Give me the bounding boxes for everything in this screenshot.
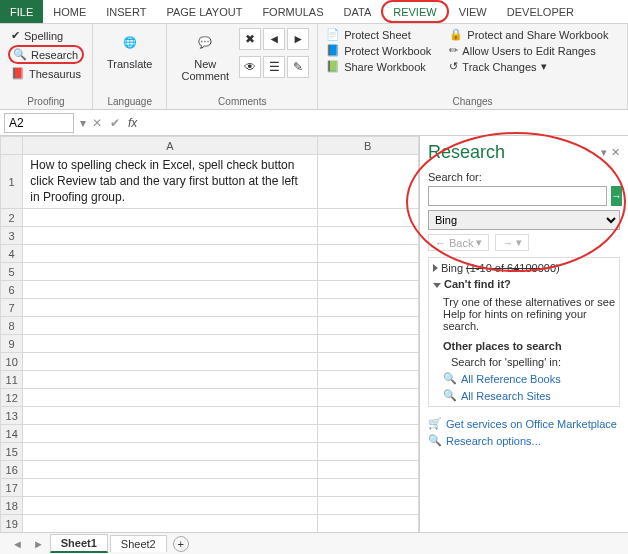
chevron-down-icon: ▾ <box>516 236 522 249</box>
cell-b1[interactable] <box>317 155 418 209</box>
row-header-13[interactable]: 13 <box>1 407 23 425</box>
tab-review[interactable]: REVIEW <box>381 0 448 23</box>
sheet-tab-2[interactable]: Sheet2 <box>110 535 167 552</box>
cancel-icon[interactable]: ✕ <box>92 116 102 130</box>
row-header-11[interactable]: 11 <box>1 371 23 389</box>
spelling-button[interactable]: ✔ Spelling <box>8 28 84 43</box>
row-header-5[interactable]: 5 <box>1 263 23 281</box>
protect-share-button[interactable]: 🔒Protect and Share Workbook <box>449 28 608 41</box>
tab-formulas[interactable]: FORMULAS <box>252 0 333 23</box>
all-research-label: All Research Sites <box>461 390 551 402</box>
row-header-1[interactable]: 1 <box>1 155 23 209</box>
row-header-18[interactable]: 18 <box>1 497 23 515</box>
research-pane: Research ▾ ✕ Search for: → Bing ←Back ▾ … <box>420 136 628 532</box>
track-changes-button[interactable]: ↺Track Changes ▾ <box>449 60 608 73</box>
worksheet[interactable]: A B 1 How to spelling check in Excel, sp… <box>0 136 420 532</box>
row-header-9[interactable]: 9 <box>1 335 23 353</box>
row-header-4[interactable]: 4 <box>1 245 23 263</box>
tab-home[interactable]: HOME <box>43 0 96 23</box>
tab-data[interactable]: DATA <box>334 0 382 23</box>
result-count-suffix: 00) <box>544 262 560 274</box>
protect-sheet-button[interactable]: 📄Protect Sheet <box>326 28 431 41</box>
formula-input[interactable] <box>143 115 624 130</box>
enter-icon[interactable]: ✔ <box>110 116 120 130</box>
row-header-16[interactable]: 16 <box>1 461 23 479</box>
translate-label: Translate <box>107 58 152 70</box>
name-box-dropdown-icon[interactable]: ▾ <box>80 116 86 130</box>
research-options-link[interactable]: 🔍Research options... <box>428 434 620 447</box>
row-header-7[interactable]: 7 <box>1 299 23 317</box>
sheet-nav-next[interactable]: ► <box>29 538 48 550</box>
select-all[interactable] <box>1 137 23 155</box>
research-options-label: Research options... <box>446 435 541 447</box>
row-header-8[interactable]: 8 <box>1 317 23 335</box>
tab-pagelayout[interactable]: PAGE LAYOUT <box>156 0 252 23</box>
cell-a1[interactable]: How to spelling check in Excel, spell ch… <box>26 155 313 208</box>
protect-share-icon: 🔒 <box>449 28 463 41</box>
tab-file[interactable]: FILE <box>0 0 43 23</box>
protect-workbook-button[interactable]: 📘Protect Workbook <box>326 44 431 57</box>
research-button[interactable]: 🔍 Research <box>8 45 84 64</box>
row-header-3[interactable]: 3 <box>1 227 23 245</box>
share-workbook-label: Share Workbook <box>344 61 426 73</box>
delete-comment-button[interactable]: ✖ <box>239 28 261 50</box>
row-header-14[interactable]: 14 <box>1 425 23 443</box>
workspace: A B 1 How to spelling check in Excel, sp… <box>0 136 628 532</box>
pane-dropdown-icon[interactable]: ▾ <box>601 146 607 159</box>
thesaurus-label: Thesaurus <box>29 68 81 80</box>
col-header-b[interactable]: B <box>317 137 418 155</box>
show-ink-button[interactable]: ✎ <box>287 56 309 78</box>
row-header-17[interactable]: 17 <box>1 479 23 497</box>
col-header-a[interactable]: A <box>23 137 317 155</box>
translate-icon: 🌐 <box>116 28 144 56</box>
pane-close-icon[interactable]: ✕ <box>611 146 620 159</box>
row-header-12[interactable]: 12 <box>1 389 23 407</box>
show-comment-button[interactable]: 👁 <box>239 56 261 78</box>
share-icon: 📗 <box>326 60 340 73</box>
other-places-label: Other places to search <box>443 340 615 352</box>
row-header-15[interactable]: 15 <box>1 443 23 461</box>
show-all-button[interactable]: ☰ <box>263 56 285 78</box>
back-button[interactable]: ←Back ▾ <box>428 234 489 251</box>
thesaurus-button[interactable]: 📕 Thesaurus <box>8 66 84 81</box>
fx-icon[interactable]: fx <box>128 116 137 130</box>
name-box[interactable] <box>4 113 74 133</box>
forward-button[interactable]: → ▾ <box>495 234 529 251</box>
cell-b2[interactable] <box>317 209 418 227</box>
tab-developer[interactable]: DEVELOPER <box>497 0 584 23</box>
chevron-down-icon: ▾ <box>476 236 482 249</box>
tab-view[interactable]: VIEW <box>449 0 497 23</box>
sheet-tab-1[interactable]: Sheet1 <box>50 534 108 553</box>
row-header-2[interactable]: 2 <box>1 209 23 227</box>
search-input[interactable] <box>428 186 607 206</box>
formula-bar: ▾ ✕ ✔ fx <box>0 110 628 136</box>
add-sheet-button[interactable]: + <box>173 536 189 552</box>
arrow-right-icon: → <box>611 190 622 202</box>
all-reference-label: All Reference Books <box>461 373 561 385</box>
source-select[interactable]: Bing <box>428 210 620 230</box>
row-header-6[interactable]: 6 <box>1 281 23 299</box>
next-comment-button[interactable]: ► <box>287 28 309 50</box>
share-workbook-button[interactable]: 📗Share Workbook <box>326 60 431 73</box>
result-bing-line[interactable]: Bing (1-10 of 64100000) <box>433 262 615 274</box>
result-source-label: Bing <box>441 262 463 274</box>
go-button[interactable]: → <box>611 186 622 206</box>
cant-find-line[interactable]: Can't find it? <box>433 278 615 290</box>
cell-a2[interactable] <box>23 209 317 227</box>
translate-button[interactable]: 🌐 Translate <box>101 28 158 70</box>
allow-edit-icon: ✏ <box>449 44 458 57</box>
grid[interactable]: A B 1 How to spelling check in Excel, sp… <box>0 136 419 532</box>
allow-edit-button[interactable]: ✏Allow Users to Edit Ranges <box>449 44 608 57</box>
row-header-10[interactable]: 10 <box>1 353 23 371</box>
prev-comment-button[interactable]: ◄ <box>263 28 285 50</box>
get-services-link[interactable]: 🛒Get services on Office Marketplace <box>428 417 620 430</box>
track-icon: ↺ <box>449 60 458 73</box>
row-header-19[interactable]: 19 <box>1 515 23 533</box>
dropdown-icon: ▾ <box>541 60 547 73</box>
ribbon-tabs: FILE HOME INSERT PAGE LAYOUT FORMULAS DA… <box>0 0 628 24</box>
new-comment-button[interactable]: 💬 New Comment <box>175 28 235 82</box>
all-reference-link[interactable]: 🔍All Reference Books <box>443 372 615 385</box>
tab-insert[interactable]: INSERT <box>96 0 156 23</box>
all-research-link[interactable]: 🔍All Research Sites <box>443 389 615 402</box>
sheet-nav-prev[interactable]: ◄ <box>8 538 27 550</box>
